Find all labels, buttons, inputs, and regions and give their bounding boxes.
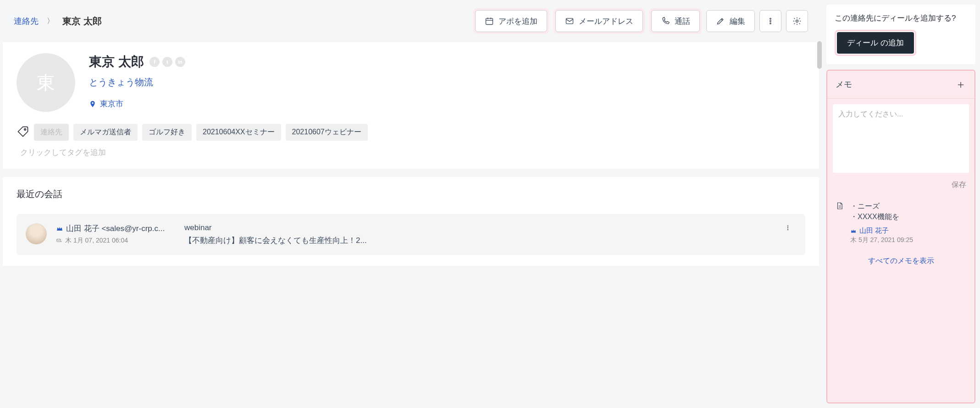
tag-item[interactable]: 20210604XXセミナー <box>196 124 281 141</box>
contact-avatar: 東 <box>17 53 75 112</box>
calendar-icon <box>485 17 494 26</box>
svg-point-3 <box>770 21 771 22</box>
conversation-more-button[interactable] <box>780 223 796 234</box>
svg-point-2 <box>770 18 771 20</box>
add-tag-input[interactable]: クリックしてタグを追加 <box>17 147 805 158</box>
svg-point-4 <box>770 23 771 24</box>
memo-input[interactable] <box>838 110 963 167</box>
facebook-icon[interactable]: f <box>149 57 160 67</box>
tag-item[interactable]: 連絡先 <box>34 124 69 141</box>
memo-item[interactable]: ・ニーズ ・XXXX機能を 山田 花子 木 5月 27, 2021 09:25 <box>827 195 974 251</box>
gear-icon <box>792 17 802 26</box>
svg-point-5 <box>796 20 798 22</box>
linkedin-icon[interactable]: in <box>175 57 185 67</box>
add-appointment-button[interactable]: アポを追加 <box>475 10 547 32</box>
svg-point-9 <box>787 227 788 228</box>
phone-icon <box>661 17 670 26</box>
document-icon <box>836 202 844 244</box>
mail-outgoing-icon <box>56 237 62 244</box>
memo-panel: メモ ＋ 保存 ・ニーズ ・XXXX機能を <box>826 70 975 403</box>
location-text: 東京市 <box>100 99 123 109</box>
add-deal-button[interactable]: ディール の追加 <box>837 32 914 54</box>
company-link[interactable]: とうきょう物流 <box>89 76 153 88</box>
breadcrumb-contacts-link[interactable]: 連絡先 <box>14 16 39 27</box>
memo-line: ・XXXX機能を <box>850 212 966 222</box>
chevron-right-icon: 〉 <box>47 17 54 26</box>
mail-icon <box>565 17 574 26</box>
scrollbar-thumb[interactable] <box>817 41 822 69</box>
svg-point-6 <box>24 128 26 130</box>
crown-icon <box>850 228 857 234</box>
crown-icon <box>56 225 63 232</box>
breadcrumb: 連絡先 〉 東京 太郎 <box>14 15 102 28</box>
recent-conversations-title: 最近の会話 <box>17 188 805 200</box>
settings-button[interactable] <box>786 10 808 32</box>
profile-card: 東 東京 太郎 f t in とうきょう物流 <box>3 42 819 169</box>
tag-item[interactable]: メルマガ送信者 <box>73 124 138 141</box>
kebab-icon <box>784 223 792 232</box>
email-button[interactable]: メールアドレス <box>555 10 643 32</box>
contact-name: 東京 太郎 <box>89 53 144 71</box>
twitter-icon[interactable]: t <box>162 57 172 67</box>
location-pin-icon <box>89 100 96 108</box>
recent-conversations-card: 最近の会話 山田 花子 <sales@yr-crp.c... 木 1月 07, … <box>3 177 819 266</box>
kebab-icon <box>766 17 775 26</box>
conversation-item[interactable]: 山田 花子 <sales@yr-crp.c... 木 1月 07, 2021 0… <box>17 214 805 255</box>
svg-rect-0 <box>486 18 493 24</box>
sender-avatar <box>26 223 47 244</box>
svg-rect-1 <box>566 18 573 24</box>
header-bar: 連絡先 〉 東京 太郎 アポを追加 メールアドレス <box>0 0 822 42</box>
tag-icon <box>17 125 29 140</box>
deal-panel: この連絡先にディールを追加する? ディール の追加 <box>826 5 975 64</box>
conversation-date: 木 1月 07, 2021 06:04 <box>65 237 128 245</box>
memo-section-title: メモ <box>836 79 852 90</box>
sender-name: 山田 花子 <sales@yr-crp.c... <box>66 223 165 234</box>
pencil-icon <box>716 17 725 26</box>
memo-date: 木 5月 27, 2021 09:25 <box>850 236 966 244</box>
call-button[interactable]: 通話 <box>651 10 700 32</box>
tags-row: 連絡先 メルマガ送信者 ゴルフ好き 20210604XXセミナー 2021060… <box>17 124 805 141</box>
more-actions-button[interactable] <box>759 10 781 32</box>
conversation-snippet: 【不動産向け】顧客に会えなくても生産性向上！2... <box>184 235 770 246</box>
svg-point-8 <box>787 226 788 226</box>
tag-item[interactable]: ゴルフ好き <box>142 124 192 141</box>
edit-button[interactable]: 編集 <box>706 10 755 32</box>
svg-point-10 <box>787 229 788 230</box>
memo-line: ・ニーズ <box>850 202 966 211</box>
show-all-memos-link[interactable]: すべてのメモを表示 <box>827 251 974 271</box>
deal-prompt-text: この連絡先にディールを追加する? <box>835 13 967 23</box>
add-memo-button[interactable]: ＋ <box>955 77 966 92</box>
breadcrumb-current: 東京 太郎 <box>62 15 102 28</box>
save-memo-button[interactable]: 保存 <box>952 180 966 190</box>
svg-rect-7 <box>57 239 61 242</box>
memo-author-name: 山田 花子 <box>859 226 889 235</box>
conversation-subject: webinar <box>184 223 770 232</box>
tag-item[interactable]: 20210607ウェビナー <box>286 124 368 141</box>
